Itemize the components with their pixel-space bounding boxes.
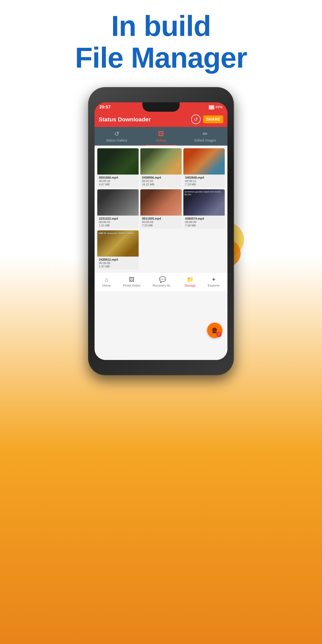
storage-icon: 📁 [186,276,194,283]
video-filename-4: 9511005.mp4 [142,217,180,220]
bottom-nav: ⌂ Home 🖼 Photo Editor 💬 Recovery M... 📁 … [94,272,228,291]
nav-recovery[interactable]: 💬 Recovery M... [152,276,172,288]
video-filename-6: 2435612.mp4 [99,258,137,262]
video-card-1[interactable]: ▶0458956.mp400:01:0216.22 MB [140,148,182,188]
video-card-5[interactable]: Sometimes guardian angels look exactly l… [183,189,225,228]
home-icon: ⌂ [105,276,108,283]
video-filename-1: 0458956.mp4 [142,176,180,180]
tab-status-gallery[interactable]: ↺ Status Gallery [94,127,139,146]
edited-images-icon: ✏ [203,130,208,138]
signal-icon: ▓▓ [209,105,214,109]
app-header: Status Downloader ↺ SHARE [94,112,228,127]
video-filename-5: 4380574.mp4 [185,217,223,220]
video-duration-4: 00:00:58 [142,220,180,224]
tab-bar: ↺ Status Gallery 🖼 Gallery ✏ Edited Imag… [94,127,228,146]
gallery-icon: 🖼 [158,130,164,138]
video-size-2: 7.19 MB [185,183,223,186]
explorer-icon: ✦ [211,276,216,283]
status-gallery-icon: ↺ [114,130,119,138]
recovery-icon: 💬 [159,276,166,283]
video-size-0: 4.67 MB [99,183,137,186]
video-size-4: 7.33 MB [142,224,180,227]
nav-storage[interactable]: 📁 Storage [184,276,196,288]
video-size-1: 16.22 MB [142,183,180,186]
status-gallery-label: Status Gallery [106,138,128,142]
app-title: Status Downloader [99,116,151,123]
video-grid: ▶8501668.mp400:00:164.67 MB▶0458956.mp40… [94,146,228,272]
video-duration-0: 00:00:16 [99,180,137,183]
video-duration-1: 00:01:02 [142,180,180,183]
video-size-6: 1.97 MB [99,265,137,268]
edited-images-label: Edited Images [194,138,216,142]
video-card-0[interactable]: ▶8501668.mp400:00:164.67 MB [97,148,139,188]
video-card-2[interactable]: ▶3402848.mp400:00:117.19 MB [183,148,225,188]
photo-editor-icon: 🖼 [129,276,134,283]
nav-photo-label: Photo Editor [123,284,141,288]
nav-photo-editor[interactable]: 🖼 Photo Editor [123,276,141,288]
notch [142,102,180,112]
tab-edited-images[interactable]: ✏ Edited Images [183,127,228,146]
headline: In build File Manager [75,10,247,74]
headline-line1: In build [75,10,247,42]
refresh-button[interactable]: ↺ [191,114,201,124]
nav-explorer-label: Explorer [208,284,220,288]
headline-line2: File Manager [75,42,247,74]
gallery-label: Gallery [156,138,166,142]
phone-mockup: 20:57 ▓▓ 49% Status Downloader ↺ SHARE ↺… [88,87,234,375]
thumb-text-6: ONE IS: innocent, childish, stand... [99,232,135,235]
nav-storage-label: Storage [184,284,196,288]
video-size-3: 1.51 MB [99,224,137,227]
share-button[interactable]: SHARE [203,115,223,124]
video-size-5: 7.58 MB [185,224,223,227]
nav-explorer[interactable]: ✦ Explorer [208,276,220,288]
battery-indicator: 49% [215,105,223,109]
video-duration-5: 00:00:40 [185,220,223,224]
tab-gallery[interactable]: 🖼 Gallery [139,127,183,146]
video-duration-3: 00:00:34 [99,220,137,224]
video-filename-0: 8501668.mp4 [99,176,137,180]
header-actions: ↺ SHARE [191,114,223,124]
nav-home-label: Home [102,284,111,288]
status-time: 20:57 [99,104,111,110]
video-filename-3: 2231222.mp4 [99,217,137,220]
video-duration-2: 00:00:11 [185,180,223,183]
nav-recovery-label: Recovery M... [152,284,172,288]
fab-badge: ! [216,332,222,337]
video-duration-6: 00:00:09 [99,262,137,265]
status-icons: ▓▓ 49% [209,105,223,109]
thumb-text-5: Sometimes guardian angels look exactly l… [184,191,222,196]
video-card-6[interactable]: ONE IS: innocent, childish, stand...▶243… [97,230,139,270]
video-card-3[interactable]: ▶2231222.mp400:00:341.51 MB [97,189,139,228]
fab-trash-button[interactable]: 🗑 ! [207,323,222,338]
nav-home[interactable]: ⌂ Home [102,276,111,288]
video-filename-2: 3402848.mp4 [185,176,223,180]
phone-screen: 20:57 ▓▓ 49% Status Downloader ↺ SHARE ↺… [94,102,228,360]
video-card-4[interactable]: ▶9511005.mp400:00:587.33 MB [140,189,182,228]
